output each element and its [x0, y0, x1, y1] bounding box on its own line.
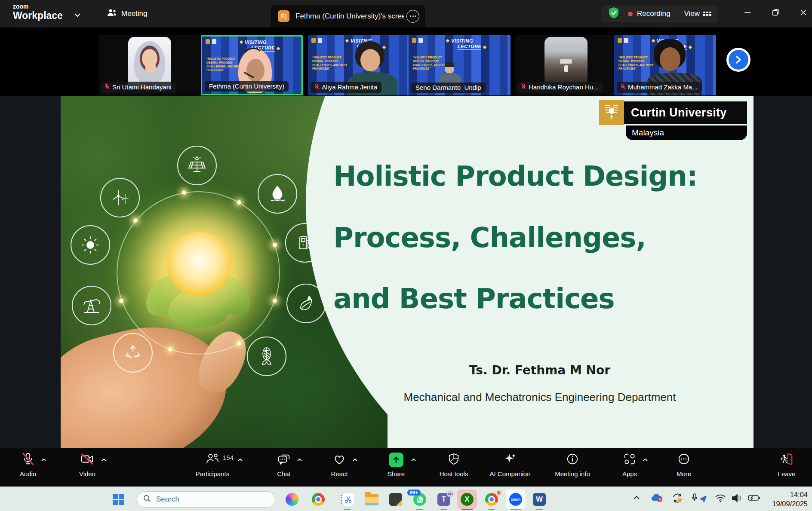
recording-label: Recording [637, 9, 671, 18]
taskbar-clock[interactable]: 14:04 19/09/2025 [772, 490, 808, 508]
xbox-button[interactable]: X [459, 492, 475, 507]
apps-options-chevron[interactable] [643, 456, 648, 463]
camera-muted-icon [80, 453, 95, 467]
share-options-chevron[interactable] [411, 456, 416, 463]
participant-tile-aliya[interactable]: VISITING LECTURE “HOLISTIC PRODUCT DESIG… [308, 35, 410, 95]
sparkle-icon [504, 453, 517, 467]
search-placeholder: Search [156, 495, 179, 504]
participant-tile-zakka[interactable]: VISITING LECTURE “HOLISTIC PRODUCT DESIG… [614, 35, 716, 95]
apps-icon [623, 453, 636, 467]
host-tools-button[interactable]: Host tools [430, 453, 477, 477]
audio-button[interactable]: Audio [4, 453, 52, 477]
notebook-app-button[interactable] [388, 492, 403, 507]
leave-door-icon [780, 453, 794, 467]
chevron-down-icon[interactable] [74, 11, 81, 19]
shield-icon [448, 453, 460, 467]
wifi-icon[interactable] [715, 494, 726, 504]
view-layout-icon [703, 12, 711, 16]
participant-name: Sri Utami Handayani [112, 83, 172, 91]
meeting-info-button[interactable]: Meeting info [544, 453, 600, 477]
curtin-region-label: Malaysia [626, 125, 747, 140]
video-options-chevron[interactable] [101, 456, 107, 463]
shared-screen-stage: Curtin University Malaysia Holistic Prod… [0, 96, 812, 448]
tab-options-icon[interactable] [406, 10, 419, 23]
apps-button[interactable]: Apps [606, 453, 653, 477]
chat-options-chevron[interactable] [297, 456, 302, 463]
windows-logo-icon [113, 494, 124, 505]
zoom-app-button[interactable]: zoom [508, 492, 523, 507]
tab-shared-screen[interactable]: F( Fethma (Curtin University)'s screen [271, 5, 425, 28]
curtin-name-label: Curtin University [624, 101, 747, 124]
whatsapp-button[interactable]: 99+ [412, 492, 428, 507]
video-button[interactable]: Video [64, 453, 111, 477]
file-explorer-button[interactable] [364, 492, 379, 507]
participants-button[interactable]: 154 Participants [180, 453, 245, 477]
chat-button[interactable]: Chat [260, 453, 308, 477]
brand-workplace: Workplace [13, 10, 63, 21]
participant-filmstrip: Sri Utami Handayani VISITING LECTURE “HO… [0, 28, 812, 96]
react-button[interactable]: React [316, 453, 363, 477]
participant-name: Muhammad Zakka Ma... [628, 83, 698, 91]
more-icon [677, 453, 690, 467]
slide-title-line-2: Process, Challenges, [333, 222, 754, 254]
next-participants-button[interactable] [726, 48, 750, 72]
share-screen-icon [389, 453, 403, 467]
recording-dot-icon [628, 12, 633, 16]
participants-options-chevron[interactable] [237, 456, 243, 463]
tray-expand-chevron[interactable] [633, 494, 640, 502]
participant-name-bar: Sri Utami Handayani [101, 82, 176, 93]
participant-name-bar: Seno Darmanto_Undip [411, 83, 486, 93]
share-button[interactable]: Share [372, 453, 420, 477]
audio-options-chevron[interactable] [41, 456, 46, 463]
close-button[interactable] [792, 0, 812, 25]
slide-title-line-1: Holistic Product Design: [333, 160, 754, 192]
view-button[interactable]: View [684, 9, 712, 18]
participant-tile-handhika[interactable]: Handhika Roychan Hu... [515, 35, 617, 95]
file-explorer-icon [365, 494, 378, 505]
zoom-app-icon: zoom [509, 493, 522, 506]
chat-icon [277, 453, 291, 467]
battery-icon[interactable] [747, 494, 760, 503]
word-button[interactable]: W [532, 492, 547, 507]
leave-button[interactable]: Leave [765, 453, 808, 477]
ai-companion-button[interactable]: AI Companion [480, 453, 540, 477]
security-shield-icon[interactable] [608, 7, 619, 21]
apps-label: Apps [622, 470, 637, 477]
snipping-tool-button[interactable] [340, 492, 355, 507]
speaker-icon[interactable] [731, 493, 742, 505]
copilot-button[interactable] [284, 492, 300, 507]
recording-status-pill[interactable]: Recording View [601, 5, 718, 22]
host-tools-label: Host tools [440, 470, 468, 477]
minimize-button[interactable] [736, 0, 759, 25]
profile-bubble-icon [495, 489, 502, 496]
teams-button[interactable]: T SH [436, 492, 452, 507]
share-tab-avatar: F( [278, 10, 289, 22]
maximize-button[interactable] [765, 0, 787, 25]
slide-presenter-name: Ts. Dr. Fethma M Nor [333, 363, 746, 377]
sync-icon[interactable] [672, 493, 683, 505]
recycle-icon [113, 333, 153, 373]
onedrive-error-icon[interactable] [650, 493, 663, 504]
start-button[interactable] [111, 492, 126, 507]
participant-tile-seno[interactable]: VISITING LECTURE “HOLISTIC PRODUCT DESIG… [409, 35, 511, 95]
participant-tile-sri[interactable]: Sri Utami Handayani [98, 35, 200, 95]
brand-zoom: zoom [13, 3, 63, 10]
ai-companion-label: AI Companion [489, 470, 530, 477]
participants-count: 154 [223, 454, 234, 461]
chrome-profile-button[interactable] [484, 492, 499, 507]
zoom-workplace-logo: zoom Workplace [13, 3, 63, 21]
participant-name-bar: Handhika Roychan Hu... [517, 82, 603, 93]
mic-location-icons[interactable] [692, 493, 708, 505]
tab-meeting[interactable]: Meeting [107, 6, 147, 21]
react-options-chevron[interactable] [352, 456, 358, 463]
share-tab-label: Fethma (Curtin University)'s screen [295, 12, 404, 21]
more-button[interactable]: More [660, 453, 707, 477]
view-label: View [684, 9, 700, 18]
taskbar-search[interactable]: Search [137, 491, 275, 508]
solar-panel-icon [177, 146, 217, 185]
chrome-button[interactable] [311, 492, 326, 507]
participant-name: Aliya Rahma Jenita [322, 83, 377, 91]
participant-tile-fethma-active-speaker[interactable]: VISITING LECTURE “HOLISTIC PRODUCT DESIG… [201, 35, 303, 95]
mic-muted-icon [22, 452, 34, 468]
heart-icon [332, 453, 346, 467]
